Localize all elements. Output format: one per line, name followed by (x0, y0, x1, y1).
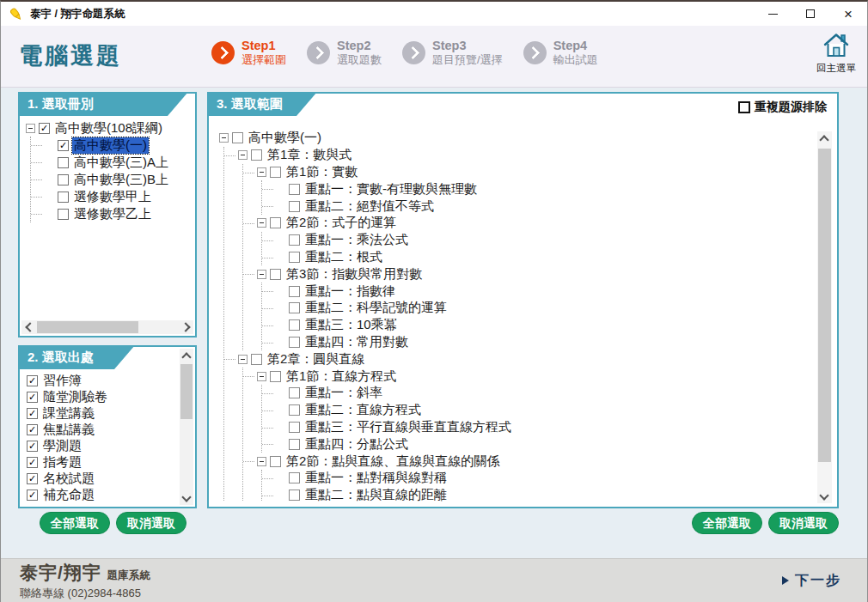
tree-row[interactable]: 第2節：式子的運算 (257, 215, 808, 232)
tree-row[interactable]: 選修數學甲上 (45, 188, 190, 205)
dedupe-checkbox-row[interactable]: 重複題源排除 (738, 100, 827, 115)
tree-row[interactable]: ✓高中數學(一) (45, 137, 190, 154)
scroll-up-button[interactable] (817, 131, 831, 145)
checkbox-icon[interactable] (289, 387, 300, 398)
checkbox-icon[interactable] (289, 234, 300, 246)
tree-row[interactable]: 選修數學乙上 (45, 205, 190, 222)
tree-item-label[interactable]: 高中數學(一) (72, 137, 149, 154)
scroll-right-button[interactable] (180, 320, 193, 334)
checkbox-icon[interactable] (289, 404, 300, 416)
close-button[interactable]: × (829, 2, 867, 26)
checkbox-icon[interactable] (289, 184, 300, 195)
tree-item-label[interactable]: 高中數學(一) (247, 130, 323, 146)
deselect-all-button-right[interactable]: 取消選取 (768, 512, 839, 534)
checkbox-icon[interactable] (289, 422, 300, 433)
checkbox-icon[interactable]: ✓ (27, 408, 38, 419)
minimize-button[interactable] (754, 2, 792, 26)
tree-item-label[interactable]: 重點二：科學記號的運算 (303, 300, 449, 316)
tree-item-label[interactable]: 高中數學(三)B上 (72, 172, 170, 188)
tree-row[interactable]: 重點四：分點公式 (276, 435, 808, 453)
source-item[interactable]: ✓課堂講義 (27, 405, 174, 422)
tree-item-label[interactable]: 第1章：數與式 (266, 147, 353, 163)
tree-item-label[interactable]: 選修數學乙上 (72, 206, 153, 222)
tree-item-label[interactable]: 重點一：斜率 (303, 385, 384, 401)
tree-item-label[interactable]: 第2節：式子的運算 (284, 215, 398, 231)
tree-row[interactable]: 重點一：實數-有理數與無理數 (276, 180, 808, 198)
vertical-scrollbar[interactable] (817, 131, 832, 503)
tree-row[interactable]: 重點二：根式 (276, 249, 808, 266)
tree-item-label[interactable]: 重點一：點對稱與線對稱 (303, 470, 449, 486)
scrollbar-thumb[interactable] (37, 321, 138, 333)
checkbox-icon[interactable] (289, 201, 300, 212)
tree-item-label[interactable]: 第3節：指數與常用對數 (284, 266, 424, 283)
checkbox-icon[interactable] (289, 490, 300, 501)
checkbox-icon[interactable]: ✓ (58, 140, 69, 151)
checkbox-icon[interactable] (289, 319, 300, 331)
vertical-scrollbar[interactable] (180, 349, 193, 505)
collapse-toggle-icon[interactable] (257, 270, 266, 279)
tree-item-label[interactable]: 重點四：常用對數 (303, 334, 410, 350)
select-all-button-left[interactable]: 全部選取 (40, 512, 110, 534)
deselect-all-button-left[interactable]: 取消選取 (116, 512, 186, 534)
scrollbar-thumb[interactable] (180, 364, 193, 419)
checkbox-icon[interactable] (270, 456, 281, 467)
tree-row[interactable]: 重點二：絕對值不等式 (276, 198, 808, 215)
checkbox-icon[interactable] (270, 371, 281, 382)
tree-item-label[interactable]: 重點三：10乘冪 (303, 317, 399, 333)
checkbox-icon[interactable] (58, 174, 69, 185)
collapse-toggle-icon[interactable] (238, 355, 248, 364)
collapse-toggle-icon[interactable] (238, 150, 248, 160)
next-step-button[interactable]: 下一步 (782, 572, 841, 590)
tree-row[interactable]: 高中數學(一) (219, 130, 808, 147)
scroll-left-button[interactable] (21, 320, 35, 334)
checkbox-icon[interactable]: ✓ (27, 441, 38, 452)
tree-row[interactable]: 第2章：圓與直線 (238, 350, 808, 368)
source-item[interactable]: ✓習作簿 (27, 373, 174, 389)
tree-row[interactable]: 高中數學(三)B上 (45, 171, 190, 188)
tree-row[interactable]: 重點二：直線方程式 (276, 402, 808, 419)
source-item[interactable]: ✓焦點講義 (27, 422, 174, 438)
checkbox-icon[interactable]: ✓ (39, 123, 50, 134)
scroll-up-button[interactable] (180, 349, 193, 362)
checkbox-icon[interactable] (289, 439, 300, 450)
source-item[interactable]: ✓隨堂測驗卷 (27, 389, 174, 405)
tree-row[interactable]: 重點一：乘法公式 (276, 232, 808, 249)
tree-row[interactable]: 第2節：點與直線、直線與直線的關係 (257, 453, 808, 470)
checkbox-icon[interactable]: ✓ (27, 424, 38, 435)
checkbox-icon[interactable] (289, 252, 300, 263)
tree-item-label[interactable]: 重點一：乘法公式 (303, 232, 410, 248)
tree-row[interactable]: 重點三：平行直線與垂直直線方程式 (276, 419, 808, 436)
tree-item-label[interactable]: 選修數學甲上 (72, 189, 153, 205)
tree-item-label[interactable]: 第2節：點與直線、直線與直線的關係 (284, 453, 501, 470)
checkbox-icon[interactable] (289, 337, 300, 348)
maximize-button[interactable] (792, 2, 829, 26)
checkbox-icon[interactable]: ✓ (27, 490, 38, 501)
tree-row[interactable]: 重點四：常用對數 (276, 334, 808, 351)
horizontal-scrollbar[interactable] (21, 320, 193, 334)
scrollbar-thumb[interactable] (818, 149, 831, 462)
checkbox-icon[interactable] (289, 286, 300, 297)
checkbox-icon[interactable] (58, 209, 69, 220)
tree-row[interactable]: ✓高中數學(108課綱) (26, 119, 190, 137)
tree-item-label[interactable]: 重點四：分點公式 (303, 436, 410, 453)
checkbox-icon[interactable] (58, 192, 69, 203)
checkbox-icon[interactable] (270, 269, 281, 280)
home-button[interactable]: 回主選單 (816, 33, 856, 75)
tree-item-label[interactable]: 高中數學(108課綱) (53, 120, 164, 137)
tree-item-label[interactable]: 重點一：指數律 (303, 283, 397, 300)
checkbox-icon[interactable]: ✓ (27, 457, 38, 468)
tree-row[interactable]: 重點一：斜率 (276, 385, 808, 402)
tree-row[interactable]: 重點三：10乘冪 (276, 317, 808, 334)
tree-item-label[interactable]: 高中數學(三)A上 (72, 155, 170, 171)
checkbox-icon[interactable] (251, 354, 262, 365)
tree-item-label[interactable]: 重點二：直線方程式 (303, 402, 423, 418)
tree-item-label[interactable]: 重點一：實數-有理數與無理數 (303, 181, 479, 198)
collapse-toggle-icon[interactable] (26, 124, 35, 133)
tree-item-label[interactable]: 重點二：絕對值不等式 (303, 198, 436, 215)
checkbox-icon[interactable] (232, 132, 243, 143)
source-item[interactable]: ✓補充命題 (27, 487, 174, 503)
checkbox-icon[interactable]: ✓ (27, 392, 38, 403)
checkbox-icon[interactable]: ✓ (27, 473, 38, 484)
checkbox-icon[interactable] (270, 217, 281, 228)
dedupe-checkbox[interactable] (738, 101, 750, 113)
